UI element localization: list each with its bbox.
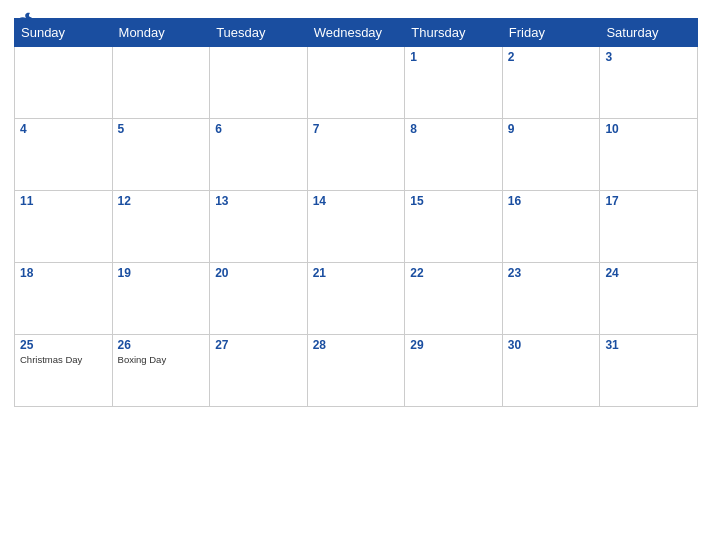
date-number: 31 — [605, 338, 692, 352]
header-wednesday: Wednesday — [307, 19, 405, 47]
holiday-label: Boxing Day — [118, 354, 205, 365]
calendar-day-cell: 9 — [502, 119, 600, 191]
calendar-day-cell: 18 — [15, 263, 113, 335]
calendar-day-cell: 16 — [502, 191, 600, 263]
date-number: 14 — [313, 194, 400, 208]
date-number: 28 — [313, 338, 400, 352]
calendar-day-cell: 27 — [210, 335, 308, 407]
calendar-day-cell: 0 — [15, 47, 113, 119]
calendar-day-cell: 4 — [15, 119, 113, 191]
calendar-day-cell: 28 — [307, 335, 405, 407]
date-number: 6 — [215, 122, 302, 136]
calendar-week-row: 18192021222324 — [15, 263, 698, 335]
header-tuesday: Tuesday — [210, 19, 308, 47]
calendar-day-cell: 15 — [405, 191, 503, 263]
calendar-day-cell: 29 — [405, 335, 503, 407]
calendar-day-cell: 23 — [502, 263, 600, 335]
header-thursday: Thursday — [405, 19, 503, 47]
date-number: 21 — [313, 266, 400, 280]
date-number: 12 — [118, 194, 205, 208]
date-number: 17 — [605, 194, 692, 208]
calendar-day-cell: 19 — [112, 263, 210, 335]
date-number: 2 — [508, 50, 595, 64]
calendar-day-cell: 12 — [112, 191, 210, 263]
date-number: 13 — [215, 194, 302, 208]
date-number: 25 — [20, 338, 107, 352]
calendar-table: Sunday Monday Tuesday Wednesday Thursday… — [14, 18, 698, 407]
calendar-day-cell: 14 — [307, 191, 405, 263]
calendar-day-cell: 1 — [405, 47, 503, 119]
holiday-label: Christmas Day — [20, 354, 107, 365]
date-number: 4 — [20, 122, 107, 136]
date-number: 5 — [118, 122, 205, 136]
calendar-day-cell: 6 — [210, 119, 308, 191]
calendar-day-cell: 26Boxing Day — [112, 335, 210, 407]
calendar-day-cell: 13 — [210, 191, 308, 263]
date-number: 11 — [20, 194, 107, 208]
date-number: 9 — [508, 122, 595, 136]
date-number: 1 — [410, 50, 497, 64]
header-monday: Monday — [112, 19, 210, 47]
date-number: 26 — [118, 338, 205, 352]
calendar-day-cell: 31 — [600, 335, 698, 407]
date-number: 19 — [118, 266, 205, 280]
calendar-day-cell: 22 — [405, 263, 503, 335]
date-number: 22 — [410, 266, 497, 280]
date-number: 15 — [410, 194, 497, 208]
date-number: 29 — [410, 338, 497, 352]
calendar-day-cell: 0 — [112, 47, 210, 119]
calendar-day-cell: 30 — [502, 335, 600, 407]
calendar-day-cell: 0 — [307, 47, 405, 119]
calendar-day-cell: 8 — [405, 119, 503, 191]
calendar-day-cell: 3 — [600, 47, 698, 119]
header-saturday: Saturday — [600, 19, 698, 47]
calendar-day-cell: 20 — [210, 263, 308, 335]
calendar-week-row: 0000123 — [15, 47, 698, 119]
calendar-week-row: 25Christmas Day26Boxing Day2728293031 — [15, 335, 698, 407]
date-number: 8 — [410, 122, 497, 136]
date-number: 7 — [313, 122, 400, 136]
date-number: 20 — [215, 266, 302, 280]
calendar-week-row: 11121314151617 — [15, 191, 698, 263]
calendar-day-cell: 0 — [210, 47, 308, 119]
date-number: 3 — [605, 50, 692, 64]
date-number: 10 — [605, 122, 692, 136]
calendar-day-cell: 21 — [307, 263, 405, 335]
calendar-day-cell: 25Christmas Day — [15, 335, 113, 407]
calendar-day-cell: 11 — [15, 191, 113, 263]
date-number: 16 — [508, 194, 595, 208]
calendar-day-cell: 7 — [307, 119, 405, 191]
date-number: 30 — [508, 338, 595, 352]
date-number: 23 — [508, 266, 595, 280]
calendar-day-cell: 10 — [600, 119, 698, 191]
calendar-week-row: 45678910 — [15, 119, 698, 191]
header-friday: Friday — [502, 19, 600, 47]
date-number: 27 — [215, 338, 302, 352]
logo-bird-icon — [14, 10, 36, 26]
calendar-day-cell: 2 — [502, 47, 600, 119]
calendar-day-cell: 24 — [600, 263, 698, 335]
logo — [14, 10, 38, 26]
calendar-day-cell: 17 — [600, 191, 698, 263]
weekday-header-row: Sunday Monday Tuesday Wednesday Thursday… — [15, 19, 698, 47]
date-number: 24 — [605, 266, 692, 280]
calendar-day-cell: 5 — [112, 119, 210, 191]
calendar-container: Sunday Monday Tuesday Wednesday Thursday… — [0, 0, 712, 550]
date-number: 18 — [20, 266, 107, 280]
